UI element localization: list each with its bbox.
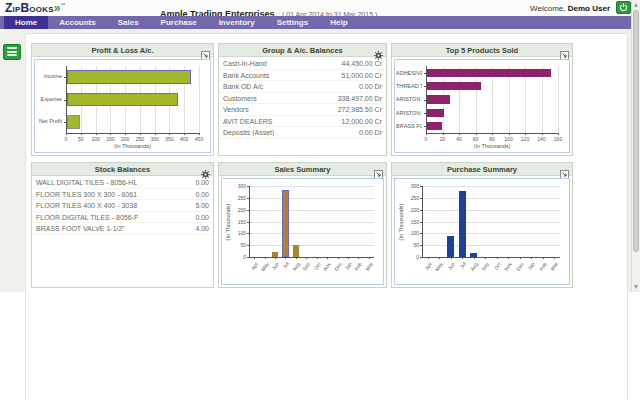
menu-tab-help[interactable]: Help [319,16,358,29]
tick-label-x: 160 [550,136,566,142]
tick-label-y: 50 [404,242,419,248]
menu-tab-settings[interactable]: Settings [266,16,320,29]
menu-tab-home[interactable]: Home [4,16,48,29]
panel-profit-loss: Profit & Loss A/c. 050100150200250300350… [31,43,214,156]
panel-purchase-summary: Purchase Summary 050100150200250300AprMa… [391,162,573,288]
tick-label-x: 300 [147,136,163,142]
bar [447,236,454,257]
tick-mark-v [317,257,318,259]
welcome-prefix: Welcome, [530,4,565,13]
export-icon[interactable] [560,165,569,174]
main-menu-bar: HomeAccountsSalesPurchaseInventorySettin… [0,16,640,29]
tick-label-y: 250 [404,195,419,201]
gridline-h [422,210,560,211]
tick-mark-v [348,257,349,259]
tick-label-x: 350 [161,136,177,142]
tick-mark-v [358,257,359,259]
cat-label-y: ADHESIVE [396,69,422,77]
logout-power-button[interactable] [616,1,631,14]
tick-label-y: 250 [231,195,246,201]
tick-label-x: 450 [191,136,207,142]
vertical-scrollbar[interactable] [631,0,640,292]
panel-body: 050100150200250300AprMayJunJulAugSepOctN… [392,176,572,287]
tick-mark-h [64,122,66,123]
balance-row[interactable]: Bank OD A/c0.00 Dr [219,81,386,93]
bar [427,69,551,77]
scrollbar-thumb[interactable] [633,10,639,252]
panel-group-balances: Group & A/c. Balances Cash-In-Hand44,450… [218,43,387,156]
gridline-h [422,198,560,199]
chart-frame: 020406080100120140160ADHESIVETHREAD TAP.… [394,59,570,153]
zipbooks-logo[interactable]: ZipBooks»™ [5,1,66,15]
tick-mark-v [497,257,498,259]
bar [427,122,442,130]
balance-row[interactable]: Bank Accounts51,000.00 Cr [219,70,386,82]
bar [67,115,80,129]
row-label: FLOOR TILES 300 X 300 - 6061 [36,191,137,198]
purchase-summary-chart: 050100150200250300AprMayJunJulAugSepOctN… [396,180,568,283]
panel-body: Cash-In-Hand44,450.00 CrBank Accounts51,… [219,57,386,155]
tick-mark-v [558,133,559,135]
tick-mark-v [439,257,440,259]
tick-label-y: 300 [404,183,419,189]
chart-frame: 050100150200250300350400450IncomeExpense… [34,59,211,153]
balance-row[interactable]: AVIT DEALERS12,000.00 Cr [219,116,386,128]
cat-label-y: BRASS FOOT.. [396,122,422,130]
export-icon[interactable] [560,46,569,55]
panel-body: 050100150200250300AprMayJunJulAugSepOctN… [219,176,386,287]
gear-icon[interactable] [374,46,383,55]
balance-row[interactable]: BRASS FOOT VALVE 1-1/2"4.00 [32,223,213,235]
tick-mark-v [296,257,297,259]
tick-label-y: 150 [404,219,419,225]
row-value: 5.00 [195,202,209,209]
tick-mark-v [508,257,509,259]
export-icon[interactable] [201,46,210,55]
balance-row[interactable]: Vendors272,985.50 Cr [219,104,386,116]
panel-top-products: Top 5 Products Sold 02040608010012014016… [391,43,573,156]
balance-row[interactable]: Cash-In-Hand44,450.00 Cr [219,58,386,70]
balance-row[interactable]: WALL DIGITAL TILES - 8056-HL0.00 [32,177,213,189]
balance-row[interactable]: FLOOR DIGITAL TILES - 8056-F0.00 [32,212,213,224]
panel-header: Profit & Loss A/c. [32,44,213,57]
tick-label-x: 100 [88,136,104,142]
menu-tab-accounts[interactable]: Accounts [48,16,106,29]
welcome-text: Welcome, Demo User [530,4,610,13]
gridline-h [249,222,374,223]
gear-icon[interactable] [201,165,210,174]
scroll-down-arrow-icon[interactable] [634,285,638,289]
panel-title: Stock Balances [32,165,213,174]
tick-label-x: 40 [451,136,467,142]
balance-row[interactable]: Customers338,497.00 Dr [219,93,386,105]
balance-row[interactable]: FLOOR TILES 400 X 400 - 30385.00 [32,200,213,212]
balance-row[interactable]: FLOOR TILES 300 X 300 - 60610.00 [32,189,213,201]
menu-tab-inventory[interactable]: Inventory [208,16,266,29]
tick-mark-v [543,257,544,259]
bar [282,190,288,257]
power-icon [619,3,628,12]
scroll-up-arrow-icon[interactable] [634,3,638,7]
row-value: 51,000.00 Cr [342,72,382,79]
row-label: Cash-In-Hand [223,60,267,67]
tick-mark-v [275,257,276,259]
gridline-h [249,198,374,199]
panel-body: 020406080100120140160ADHESIVETHREAD TAP.… [392,57,572,155]
sidebar-toggle-button[interactable] [3,44,21,60]
axis-title-y: (In Thousands) [225,203,231,240]
menu-tab-sales[interactable]: Sales [107,16,150,29]
tick-mark-v [428,257,429,259]
tick-label-y: 100 [404,230,419,236]
tick-label-x: 20 [435,136,451,142]
cat-label-y: THREAD TAP.. [396,82,422,90]
panel-title: Group & A/c. Balances [219,46,386,55]
axis-v [249,186,250,257]
gridline-h [422,222,560,223]
bar [67,70,191,84]
tick-label-x: 0 [418,136,434,142]
tick-label-y: 0 [231,254,246,260]
menu-tab-purchase[interactable]: Purchase [150,16,208,29]
tick-label-y: 150 [231,219,246,225]
tick-mark-v [285,257,286,259]
balance-row[interactable]: Deposits (Asset)0.00 Dr [219,127,386,139]
export-icon[interactable] [374,165,383,174]
user-name: Demo User [568,4,610,13]
